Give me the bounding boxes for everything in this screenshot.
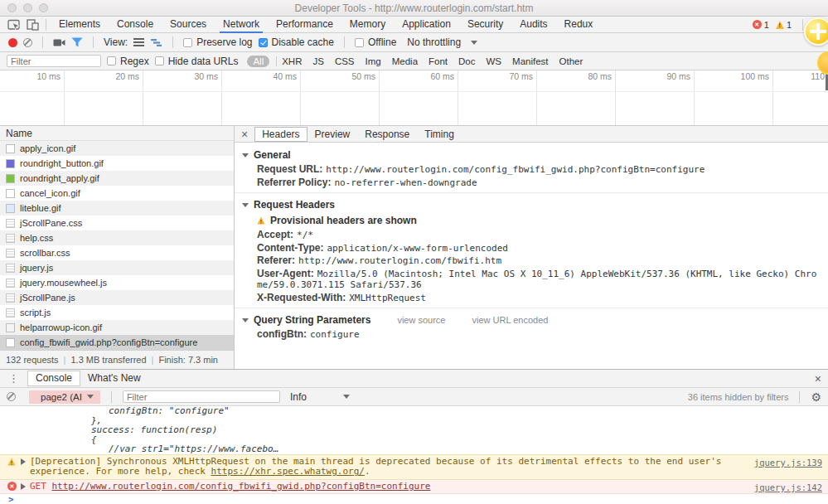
resource-type-filter[interactable]: Font — [429, 56, 448, 66]
panel-tab[interactable]: Console — [109, 17, 162, 33]
filter-icon[interactable] — [71, 37, 83, 47]
panel-tab[interactable]: Memory — [341, 17, 394, 33]
checkbox-unchecked-icon[interactable] — [183, 38, 192, 47]
console-error-message[interactable]: GET http://www.routerlogin.com/config_fb… — [0, 480, 828, 495]
panel-tab[interactable]: Redux — [556, 17, 602, 33]
drawer-tab[interactable]: Console — [27, 371, 80, 386]
file-icon — [6, 308, 15, 317]
console-settings-icon[interactable] — [811, 390, 821, 404]
log-level-select[interactable]: Info — [290, 391, 350, 403]
general-section-header[interactable]: General — [235, 147, 828, 163]
resource-type-filter[interactable]: Other — [559, 56, 583, 66]
resource-type-filter[interactable]: Manifest — [512, 56, 548, 66]
request-name: helparrowup-icon.gif — [20, 322, 102, 332]
close-drawer-icon[interactable] — [808, 373, 828, 385]
capture-screenshots-icon[interactable] — [53, 38, 65, 47]
expand-arrow-icon[interactable] — [21, 483, 29, 490]
file-icon — [6, 144, 15, 153]
hide-data-urls-checkbox[interactable]: Hide data URLs — [155, 56, 239, 67]
regex-checkbox[interactable]: Regex — [107, 56, 149, 67]
table-row[interactable]: jquery.mousewheel.js — [0, 275, 234, 290]
resource-type-filter[interactable]: Media — [392, 56, 418, 66]
panel-tab[interactable]: Audits — [511, 17, 555, 33]
source-location-link[interactable]: jquery.js:142 — [754, 482, 822, 493]
expand-arrow-icon[interactable] — [21, 458, 29, 465]
waterfall-view-icon[interactable] — [150, 38, 162, 47]
execution-context-select[interactable]: page2 (AI — [29, 390, 100, 404]
source-location-link[interactable]: jquery.js:139 — [754, 458, 822, 468]
resource-type-filter[interactable]: JS — [312, 56, 323, 66]
query-params-section-header[interactable]: Query String Parameters view source view… — [235, 312, 828, 328]
list-view-icon[interactable] — [133, 38, 144, 46]
resource-type-filter[interactable]: CSS — [335, 56, 355, 66]
header-row: Accept:*/* — [235, 229, 828, 242]
resource-type-filter[interactable]: Doc — [458, 56, 475, 66]
file-icon — [6, 323, 15, 332]
checkbox-unchecked-icon[interactable] — [107, 56, 116, 65]
table-row[interactable]: apply_icon.gif — [0, 141, 234, 156]
table-row[interactable]: helparrowup-icon.gif — [0, 320, 234, 335]
close-details-icon[interactable] — [235, 128, 254, 140]
table-row[interactable]: script.js — [0, 305, 234, 320]
table-row[interactable]: scrollbar.css — [0, 245, 234, 260]
resource-type-filter[interactable]: XHR — [282, 56, 302, 66]
details-tab[interactable]: Timing — [417, 127, 462, 142]
error-url-link[interactable]: http://www.routerlogin.com/config_fbwifi… — [52, 481, 431, 492]
table-row[interactable]: jScrollPane.js — [0, 290, 234, 305]
details-tab[interactable]: Headers — [254, 127, 307, 142]
screen-overlay-record-icon[interactable] — [804, 17, 828, 46]
panel-tab[interactable]: Elements — [51, 17, 109, 33]
details-tab[interactable]: Response — [357, 127, 417, 142]
console-prompt[interactable] — [0, 494, 828, 504]
panel-tab[interactable]: Performance — [268, 17, 341, 33]
panel-tab[interactable]: Sources — [162, 17, 215, 33]
offline-checkbox[interactable]: Offline — [355, 36, 396, 48]
divider — [46, 19, 46, 31]
clear-console-icon[interactable] — [7, 392, 16, 401]
network-overview[interactable]: 10 ms20 ms30 ms40 ms50 ms60 ms70 ms80 ms… — [0, 70, 828, 126]
warning-count-badge[interactable]: 1 — [776, 20, 792, 30]
table-row[interactable]: cancel_icon.gif — [0, 186, 234, 201]
view-source-link[interactable]: view source — [397, 315, 445, 325]
warning-icon — [776, 21, 784, 29]
table-row[interactable]: help.css — [0, 230, 234, 245]
details-tab[interactable]: Preview — [307, 127, 358, 142]
name-column-header[interactable]: Name — [0, 126, 234, 141]
throttling-select[interactable]: No throttling — [407, 36, 477, 48]
request-headers-section-header[interactable]: Request Headers — [235, 196, 828, 213]
divider — [235, 308, 828, 308]
disable-cache-checkbox[interactable]: Disable cache — [259, 36, 334, 48]
resource-type-filter[interactable]: All — [247, 56, 269, 67]
header-row: User-Agent:Mozilla/5.0 (Macintosh; Intel… — [235, 268, 828, 292]
drawer-menu-icon[interactable] — [0, 372, 27, 385]
clear-network-log-icon[interactable] — [23, 38, 32, 47]
timeline-tick-label: 50 ms — [351, 71, 375, 81]
panel-tab[interactable]: Application — [394, 17, 459, 33]
device-toolbar-icon[interactable] — [23, 17, 41, 32]
table-row[interactable]: jScrollPane.css — [0, 216, 234, 230]
panel-tab[interactable]: Network — [215, 17, 268, 33]
network-filter-input[interactable] — [7, 55, 101, 67]
drawer-tab[interactable]: What's New — [80, 371, 148, 385]
preserve-log-checkbox[interactable]: Preserve log — [183, 36, 252, 48]
divider — [799, 391, 800, 403]
warning-link[interactable]: https://xhr.spec.whatwg.org/ — [211, 466, 365, 477]
record-network-log-icon[interactable] — [8, 38, 17, 47]
console-warning-message[interactable]: [Deprecation] Synchronous XMLHttpRequest… — [0, 454, 828, 480]
table-row[interactable]: roundright_apply.gif — [0, 171, 234, 186]
inspect-element-icon[interactable] — [5, 17, 23, 32]
checkbox-unchecked-icon[interactable] — [155, 56, 164, 65]
table-row[interactable]: roundright_button.gif — [0, 156, 234, 171]
checkbox-unchecked-icon[interactable] — [355, 38, 364, 47]
table-row[interactable]: liteblue.gif — [0, 201, 234, 216]
view-url-encoded-link[interactable]: view URL encoded — [472, 315, 548, 325]
resource-type-filter[interactable]: Img — [366, 56, 381, 66]
console-filter-input[interactable] — [123, 390, 280, 403]
request-name: liteblue.gif — [20, 203, 61, 213]
checkbox-checked-icon[interactable] — [259, 38, 268, 47]
table-row[interactable]: jquery.js — [0, 260, 234, 275]
error-count-badge[interactable]: 1 — [753, 20, 769, 30]
panel-tab[interactable]: Security — [459, 17, 511, 33]
table-row[interactable]: config_fbwifi_gwid.php?configBtn=configu… — [0, 335, 234, 350]
resource-type-filter[interactable]: WS — [487, 56, 502, 66]
